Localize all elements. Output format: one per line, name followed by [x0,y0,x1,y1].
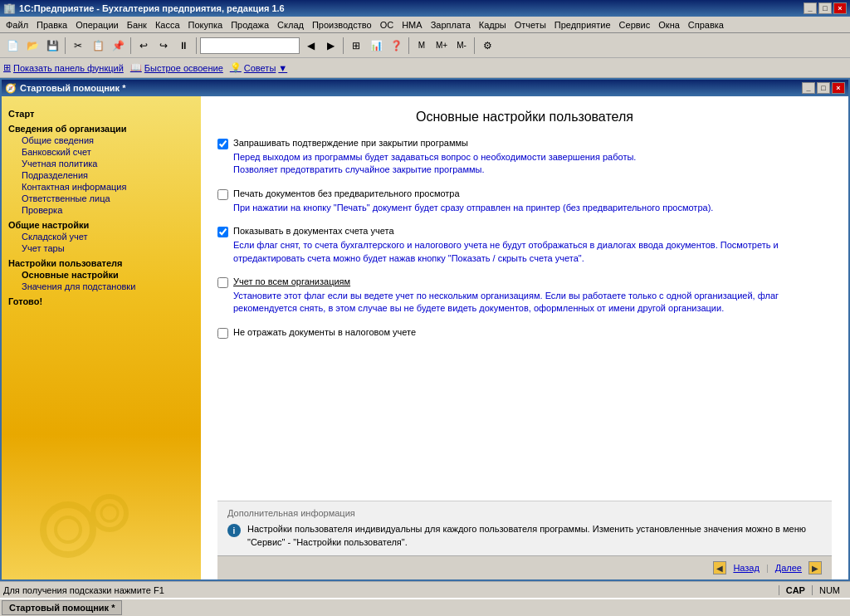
maximize-button[interactable]: □ [818,2,832,14]
setting-confirm-close-row: Запрашивать подтверждение при закрытии п… [217,138,832,149]
sidebar-item-start[interactable]: Старт [8,108,194,120]
spacer [217,352,832,501]
toolbar-paste[interactable]: 📌 [109,37,127,55]
menu-nma[interactable]: НМА [398,18,426,32]
toolbar-calc[interactable]: M [413,37,431,55]
menu-reports[interactable]: Отчеты [510,18,550,32]
toolbar-grid[interactable]: ⊞ [347,37,365,55]
sidebar-item-org-info[interactable]: Сведения об организации [8,123,194,134]
setting-confirm-close: Запрашивать подтверждение при закрытии п… [217,138,832,177]
quick-bar: ⊞ Показать панель функций 📖 Быстрое осво… [0,58,850,78]
setting-print-preview-row: Печать документов без предварительного п… [217,188,832,200]
nav-separator: | [766,563,769,573]
menu-edit[interactable]: Правка [32,18,71,32]
sidebar-item-general-info[interactable]: Общие сведения [8,134,194,146]
back-button[interactable]: Назад [733,563,760,573]
next-arrow-icon[interactable]: ▶ [808,561,822,574]
menu-salary[interactable]: Зарплата [427,18,475,32]
no-tax-label: Не отражать документы в налоговом учете [233,327,416,337]
taskbar-item-wizard[interactable]: Стартовый помощник * [2,600,122,615]
sidebar-item-responsible[interactable]: Ответственные лица [8,193,194,204]
sidebar-item-substitution-values[interactable]: Значения для подстановки [8,281,194,292]
toolbar-pause[interactable]: ⏸ [174,37,193,55]
inner-maximize-btn[interactable]: □ [817,82,830,94]
sidebar-item-general-settings[interactable]: Общие настройки [8,219,194,231]
show-accounts-checkbox[interactable] [217,227,228,237]
toolbar-copy[interactable]: 📋 [89,37,107,55]
all-orgs-checkbox[interactable] [217,277,228,288]
menu-help[interactable]: Справка [684,18,728,32]
quick-learning[interactable]: 📖 Быстрое освоение [130,62,223,73]
toolbar-sep4 [343,37,344,54]
no-tax-checkbox[interactable] [217,328,228,339]
menu-enterprise[interactable]: Предприятие [550,18,615,32]
functions-icon: ⊞ [3,62,11,73]
confirm-close-checkbox[interactable] [217,139,228,149]
menu-file[interactable]: Файл [2,18,32,32]
sidebar-item-done[interactable]: Готово! [8,296,194,307]
taskbar: Стартовый помощник * [0,598,850,616]
toolbar-help[interactable]: ❓ [387,37,405,55]
sidebar-item-bank-account[interactable]: Банковский счет [8,146,194,158]
toolbar-search-next[interactable]: ▶ [321,37,340,55]
sidebar-item-contact-info[interactable]: Контактная информация [8,181,194,193]
toolbar-sep2 [130,37,131,54]
confirm-close-desc: Перед выходом из программы будет задават… [233,151,832,177]
toolbar-open[interactable]: 📂 [23,37,42,55]
next-button[interactable]: Далее [775,563,802,573]
toolbar-calc3[interactable]: M- [452,37,471,55]
toolbar-search-prev[interactable]: ◀ [301,37,320,55]
info-text: Настройки пользователя индивидуальны для… [247,523,822,549]
sidebar-item-accounting-policy[interactable]: Учетная политика [8,158,194,169]
minimize-button[interactable]: _ [804,2,817,14]
show-accounts-label: Показывать в документах счета учета [233,226,394,236]
sidebar-item-divisions[interactable]: Подразделения [8,169,194,181]
sidebar-item-main-settings[interactable]: Основные настройки [8,269,194,281]
status-hint: Для получения подсказки нажмите F1 [3,585,779,595]
menu-hr[interactable]: Кадры [475,18,510,32]
menu-os[interactable]: ОС [376,18,398,32]
toolbar-save[interactable]: 💾 [43,37,61,55]
menu-bank[interactable]: Банк [123,18,151,32]
menu-sales[interactable]: Продажа [227,18,273,32]
caps-indicator: CAP [779,585,812,595]
panel-title: Основные настройки пользователя [217,110,832,125]
toolbar-chart[interactable]: 📊 [367,37,385,55]
print-preview-checkbox[interactable] [217,189,228,200]
toolbar-undo[interactable]: ↩ [134,37,153,55]
toolbar-sep6 [474,37,475,54]
sidebar-item-check[interactable]: Проверка [8,204,194,216]
setting-show-accounts-row: Показывать в документах счета учета [217,226,832,237]
toolbar-redo[interactable]: ↪ [154,37,173,55]
menu-operations[interactable]: Операции [71,18,122,32]
inner-window-icon: 🧭 [5,83,17,94]
menu-warehouse[interactable]: Склад [273,18,308,32]
tips-dropdown-icon: ▼ [278,63,287,73]
menu-production[interactable]: Производство [308,18,376,32]
quick-tips[interactable]: 💡 Советы ▼ [230,62,287,73]
toolbar-settings[interactable]: ⚙ [478,37,496,55]
inner-close-btn[interactable]: × [832,82,845,94]
toolbar-new[interactable]: 📄 [3,37,22,55]
menu-windows[interactable]: Окна [654,18,684,32]
sidebar-item-warehouse[interactable]: Складской учет [8,231,194,242]
toolbar-search-input[interactable] [200,37,300,54]
inner-window-title: Стартовый помощник * [20,83,125,93]
back-arrow-icon[interactable]: ◀ [713,561,726,574]
inner-window: 🧭 Стартовый помощник * _ □ × Старт Сведе… [0,78,850,581]
toolbar-calc2[interactable]: M+ [432,37,451,55]
sidebar-item-user-settings[interactable]: Настройки пользователя [8,257,194,269]
sidebar-item-containers[interactable]: Учет тары [8,242,194,254]
menu-cash[interactable]: Касса [151,18,184,32]
svg-point-3 [101,505,118,521]
quick-functions[interactable]: ⊞ Показать панель функций [3,62,124,73]
menu-purchase[interactable]: Покупка [184,18,227,32]
title-bar-text: 1С:Предприятие - Бухгалтерия предприятия… [19,3,285,13]
info-content: i Настройки пользователя индивидуальны д… [227,523,822,549]
inner-minimize-btn[interactable]: _ [802,82,815,94]
menu-service[interactable]: Сервис [615,18,655,32]
toolbar-cut[interactable]: ✂ [69,37,87,55]
confirm-close-label: Запрашивать подтверждение при закрытии п… [233,138,468,148]
close-button[interactable]: × [833,2,847,14]
toolbar: 📄 📂 💾 ✂ 📋 📌 ↩ ↪ ⏸ ◀ ▶ ⊞ 📊 ❓ M M+ M- ⚙ [0,33,850,58]
